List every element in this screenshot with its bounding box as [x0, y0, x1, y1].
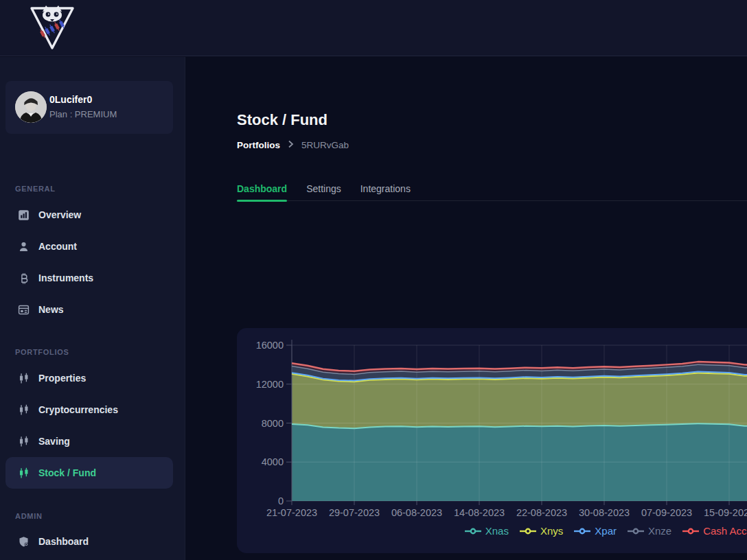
- y-axis-label: 4000: [262, 456, 284, 467]
- legend-label: Xnys: [540, 525, 563, 537]
- page-title: Stock / Fund: [237, 111, 327, 129]
- bar-chart-icon: [15, 207, 32, 223]
- x-axis-label: 14-08-2023: [454, 507, 505, 518]
- sidebar-item-label: Properties: [38, 373, 86, 384]
- sidebar-item-saving[interactable]: Saving: [5, 425, 173, 457]
- legend-marker: [682, 527, 700, 535]
- user-profile-card[interactable]: 0Lucifer0 Plan : PREMIUM: [5, 81, 173, 134]
- legend-marker: [519, 527, 537, 535]
- tab-integrations[interactable]: Integrations: [360, 176, 411, 200]
- person-icon: [15, 238, 32, 255]
- section-label-portfolios: PORTFOLIOS: [15, 348, 69, 356]
- chevron-right-icon: [288, 140, 294, 150]
- bitcoin-icon: [15, 270, 32, 286]
- sidebar-item-label: Instruments: [38, 272, 93, 283]
- sidebar-item-account[interactable]: Account: [5, 231, 173, 262]
- sidebar-item-label: Dashboard: [38, 536, 89, 547]
- legend-marker: [573, 527, 591, 535]
- sidebar-item-news[interactable]: News: [5, 294, 173, 325]
- app-root: { "topbar": { "logo_name": "raccoon-cand…: [0, 0, 747, 560]
- legend-label: Cash Accounts: [703, 525, 747, 537]
- sidebar-item-instruments[interactable]: Instruments: [5, 262, 173, 294]
- legend-label: Xpar: [595, 525, 617, 537]
- legend-item-xnys[interactable]: Xnys: [519, 525, 563, 537]
- portfolio-value-chart-card: 040008000120001600021-07-202329-07-20230…: [237, 328, 747, 553]
- tab-bar: Dashboard Settings Integrations: [237, 176, 747, 201]
- y-axis-label: 8000: [262, 418, 284, 429]
- sidebar-item-label: Account: [38, 241, 77, 252]
- legend-item-xnze[interactable]: Xnze: [627, 525, 671, 537]
- legend-item-cash-accounts[interactable]: Cash Accounts: [682, 525, 747, 537]
- sidebar-item-overview[interactable]: Overview: [5, 199, 173, 231]
- section-label-admin: ADMIN: [15, 512, 43, 520]
- sidebar-item-label: Saving: [38, 436, 70, 447]
- news-icon: [15, 301, 32, 318]
- avatar: [15, 91, 47, 123]
- legend-marker: [464, 527, 482, 535]
- raccoon-candlestick-logo[interactable]: [25, 3, 80, 54]
- x-axis-label: 21-07-2023: [266, 507, 317, 518]
- legend-item-xpar[interactable]: Xpar: [573, 525, 617, 537]
- sidebar-item-label: Stock / Fund: [38, 467, 96, 478]
- sidebar: 0Lucifer0 Plan : PREMIUM GENERAL Overvie…: [0, 57, 185, 560]
- y-axis-label: 0: [278, 495, 284, 506]
- candlestick-icon: [15, 370, 32, 386]
- x-axis-label: 22-08-2023: [516, 507, 567, 518]
- sidebar-item-label: News: [38, 304, 64, 315]
- x-axis-label: 06-08-2023: [391, 507, 442, 518]
- sidebar-item-admin-dashboard[interactable]: Dashboard: [5, 526, 173, 557]
- sidebar-item-properties[interactable]: Properties: [5, 362, 173, 394]
- sidebar-item-label: Overview: [38, 209, 81, 220]
- breadcrumb-current: 5RURvGab: [301, 140, 349, 150]
- user-plan: Plan : PREMIUM: [49, 109, 117, 119]
- sidebar-item-cryptocurrencies[interactable]: Cryptocurrencies: [5, 394, 173, 425]
- admin-shield-icon: [15, 533, 32, 550]
- breadcrumb-portfolios-link[interactable]: Portfolios: [237, 140, 280, 150]
- tab-settings[interactable]: Settings: [306, 176, 341, 200]
- user-name: 0Lucifer0: [49, 94, 92, 105]
- x-axis-label: 07-09-2023: [641, 507, 692, 518]
- sidebar-item-stock-fund[interactable]: Stock / Fund: [5, 457, 173, 489]
- breadcrumb: Portfolios 5RURvGab: [237, 140, 349, 150]
- x-axis-label: 30-08-2023: [579, 507, 630, 518]
- legend-label: Xnze: [648, 525, 671, 537]
- top-bar: [0, 0, 747, 56]
- legend-label: Xnas: [485, 525, 509, 537]
- legend-item-xnas[interactable]: Xnas: [464, 525, 509, 537]
- stock-fund-stacked-area-chart: 040008000120001600021-07-202329-07-20230…: [237, 328, 747, 523]
- section-label-general: GENERAL: [15, 185, 56, 193]
- x-axis-label: 15-09-2023: [704, 507, 747, 518]
- legend-marker: [627, 527, 645, 535]
- x-axis-label: 29-07-2023: [329, 507, 380, 518]
- sidebar-item-label: Cryptocurrencies: [38, 404, 118, 415]
- y-axis-label: 16000: [256, 340, 284, 351]
- tab-dashboard[interactable]: Dashboard: [237, 176, 287, 200]
- chart-legend: XnasXnysXparXnzeCash Accounts: [237, 525, 747, 537]
- candlestick-icon: [15, 401, 32, 418]
- candlestick-icon: [15, 433, 32, 450]
- candlestick-icon: [15, 465, 32, 481]
- y-axis-label: 12000: [256, 379, 284, 390]
